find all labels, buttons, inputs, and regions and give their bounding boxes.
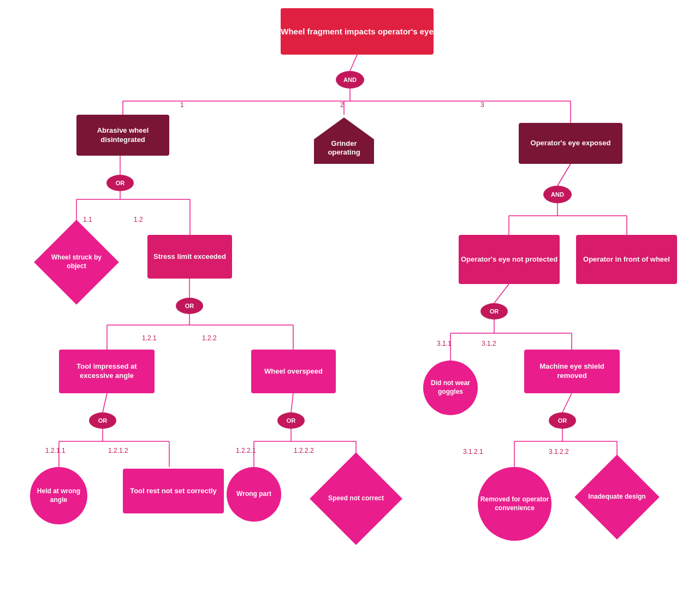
node-speed-label: Speed not correct [328,494,384,503]
label-1211: 1.2.1.1 [45,447,66,454]
label-2: 2 [340,101,344,109]
node-stress-limit: Stress limit exceeded [147,235,232,279]
svg-line-36 [562,393,572,412]
gate-or-n122: OR [277,412,305,429]
node-operators-eye-exposed: Operator's eye exposed [519,123,622,164]
label-1221: 1.2.2.1 [236,447,256,454]
label-1222: 1.2.2.2 [294,447,314,454]
node-no-goggles: Did not wear goggles [423,360,478,415]
node-abrasive-wheel: Abrasive wheel disintegrated [76,115,169,156]
label-12: 1.2 [134,216,143,223]
node-tool-rest: Tool rest not set correctly [123,469,224,513]
node-tool-impressed: Tool impressed at excessive angle [59,350,155,393]
house-svg: Grinder operating [311,115,377,167]
node-speed-not-correct: Speed not correct [323,466,389,531]
node-design-label: Inadequate design [588,493,645,501]
node-grinder-operating: Grinder operating [311,115,377,167]
svg-line-11 [557,164,571,186]
top-event: Wheel fragment impacts operator's eye [281,8,434,55]
node-wheel-struck: Wheel struck by object [46,232,106,292]
node-held-wrong-angle: Held at wrong angle [30,467,87,524]
label-3121: 3.1.2.1 [463,448,483,456]
label-122: 1.2.2 [202,334,217,342]
gate-and-n3: AND [543,186,572,203]
svg-line-26 [103,393,107,412]
fault-tree-diagram: Wheel fragment impacts operator's eye AN… [0,0,700,591]
node-inadequate-design: Inadequate design [587,467,647,527]
label-11: 1.1 [83,216,92,223]
label-121: 1.2.1 [142,334,157,342]
label-312: 3.1.2 [482,340,496,347]
gate-or-n1: OR [106,175,134,191]
label-1: 1 [180,101,184,109]
svg-text:operating: operating [328,148,360,156]
gate-or-n121: OR [89,412,116,429]
node-eye-shield-removed: Machine eye shield removed [524,350,620,393]
node-wheel-overspeed: Wheel overspeed [251,350,336,393]
node-wheel-struck-label: Wheel struck by object [46,253,106,270]
gate-and-top: AND [336,71,364,88]
node-removed-convenience: Removed for operator convenience [478,467,551,541]
svg-line-0 [350,55,357,71]
svg-text:Grinder: Grinder [331,139,357,147]
gate-or-n12: OR [176,298,203,314]
node-eye-not-protected: Operator's eye not protected [459,235,560,284]
label-3122: 3.1.2.2 [549,448,569,456]
svg-line-31 [291,393,293,412]
label-1212: 1.2.1.2 [108,447,128,454]
gate-or-n31: OR [480,303,508,320]
gate-or-n312: OR [549,412,576,429]
node-wrong-part: Wrong part [227,467,281,522]
label-3: 3 [480,101,484,109]
node-operator-in-front: Operator in front of wheel [576,235,677,284]
label-311: 3.1.1 [437,340,452,347]
svg-line-21 [494,284,509,303]
